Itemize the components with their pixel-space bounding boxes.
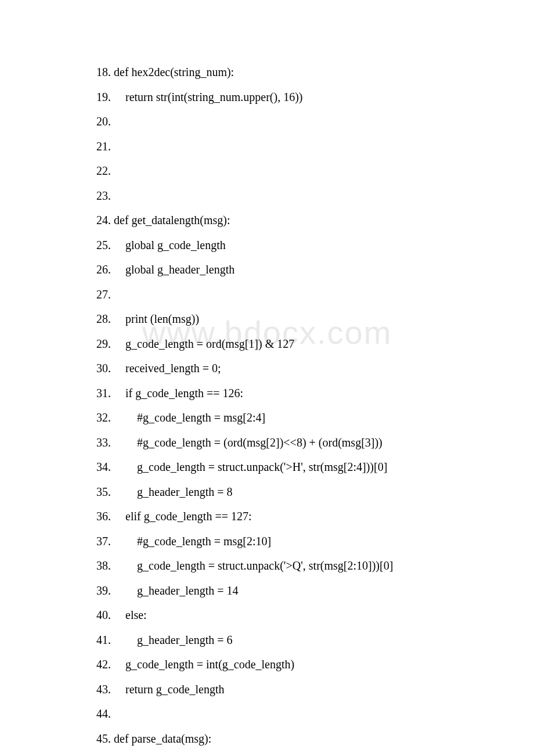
code-text: def hex2dec(string_num): [111,66,240,78]
code-line: 37. #g_code_length = msg[2:10] [96,533,441,549]
code-line: 20. [96,113,441,129]
code-line: 22. [96,163,441,179]
code-line: 18. def hex2dec(string_num): [96,64,441,80]
code-text: def get_datalength(msg): [111,214,236,226]
code-text: def parse_data(msg): [111,732,217,745]
code-text: elif g_code_length == 127: [111,510,258,523]
code-line: 24. def get_datalength(msg): [96,212,441,228]
code-text: g_header_length = 8 [111,485,239,498]
code-line: 38. g_code_length = struct.unpack('>Q', … [96,557,441,574]
code-text: return str(int(string_num.upper(), 16)) [111,91,308,103]
line-number: 32. [96,411,111,424]
code-line: 39. g_header_length = 14 [96,582,441,599]
line-number: 33. [96,436,111,449]
code-text [111,707,143,720]
code-text: global g_header_length [111,263,246,276]
line-number: 20. [96,115,111,128]
code-text: g_code_length = ord(msg[1]) & 127 [111,337,300,350]
code-text [111,288,131,301]
code-text: g_code_length = int(g_code_length) [111,658,300,671]
code-line: 23. [96,188,441,204]
line-number: 21. [96,140,111,153]
code-line: 44. [96,705,441,722]
line-number: 24. [96,214,111,226]
code-line: 21. [96,138,441,154]
code-line: 28. print (len(msg)) [96,311,441,327]
line-number: 34. [96,460,111,473]
code-text: g_header_length = 6 [111,633,239,646]
code-text [111,115,120,128]
code-line: 43. return g_code_length [96,681,441,697]
line-number: 30. [96,362,111,375]
line-number: 43. [96,683,111,696]
code-line: 32. #g_code_length = msg[2:4] [96,409,441,426]
code-text: g_header_length = 14 [111,584,244,597]
code-line: 34. g_code_length = struct.unpack('>H', … [96,459,441,475]
code-text: #g_code_length = msg[2:4] [111,411,271,424]
code-text [111,140,120,153]
line-number: 28. [96,312,111,325]
code-text: else: [111,609,153,621]
code-line: 19. return str(int(string_num.upper(), 1… [96,89,441,105]
code-line: 30. received_length = 0; [96,360,441,376]
code-text: #g_code_length = msg[2:10] [111,535,277,548]
code-text: g_code_length = struct.unpack('>Q', str(… [111,559,399,572]
code-line: 27. [96,286,441,303]
line-number: 25. [96,239,111,251]
line-number: 22. [96,164,111,177]
line-number: 41. [96,633,111,646]
code-line: 36. elif g_code_length == 127: [96,508,441,524]
line-number: 29. [96,337,111,350]
code-line: 35. g_header_length = 8 [96,484,441,500]
line-number: 26. [96,263,111,276]
code-line: 41. g_header_length = 6 [96,632,441,648]
code-text: if g_code_length == 126: [111,387,249,399]
code-text: return g_code_length [111,683,230,696]
line-number: 39. [96,584,111,597]
code-text: #g_code_length = (ord(msg[2])<<8) + (ord… [111,436,388,449]
code-line: 42. g_code_length = int(g_code_length) [96,656,441,672]
code-text: g_code_length = struct.unpack('>H', str(… [111,460,393,473]
code-line: 31. if g_code_length == 126: [96,385,441,401]
code-line: 33. #g_code_length = (ord(msg[2])<<8) + … [96,434,441,451]
line-number: 27. [96,288,111,301]
line-number: 36. [96,510,111,523]
line-number: 31. [96,387,111,399]
code-line: 26. global g_header_length [96,261,441,278]
line-number: 42. [96,658,111,671]
line-number: 38. [96,559,111,572]
code-text: received_length = 0; [111,362,227,375]
line-number: 18. [96,66,111,78]
code-line: 45. def parse_data(msg): [96,730,441,747]
code-line: 40. else: [96,607,441,623]
document-page: www.bdocx.com 18. def hex2dec(string_num… [0,0,534,756]
line-number: 35. [96,485,111,498]
line-number: 45. [96,732,111,745]
line-number: 23. [96,189,111,202]
line-number: 40. [96,609,111,621]
code-text: print (len(msg)) [111,312,205,325]
line-number: 37. [96,535,111,548]
code-content: 18. def hex2dec(string_num): 19. return … [96,64,441,756]
code-text [111,164,120,177]
code-line: 29. g_code_length = ord(msg[1]) & 127 [96,336,441,352]
line-number: 44. [96,707,111,720]
code-text [111,189,120,202]
code-text: global g_code_length [111,239,232,251]
code-line: 25. global g_code_length [96,237,441,253]
line-number: 19. [96,91,111,103]
